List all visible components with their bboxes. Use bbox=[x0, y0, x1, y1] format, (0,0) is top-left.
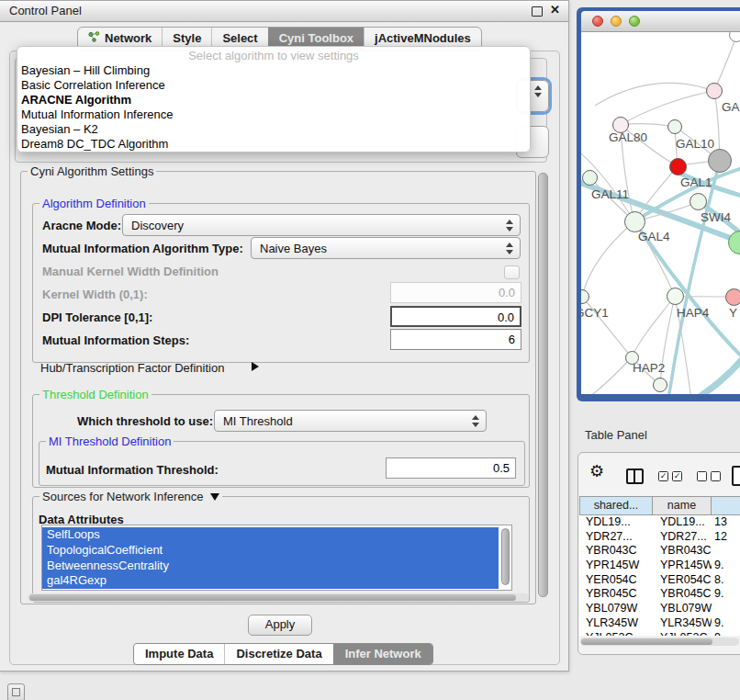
close-traffic-light[interactable] bbox=[592, 16, 603, 27]
attribute-item[interactable]: TopologicalCoefficient bbox=[42, 543, 499, 559]
attribute-item[interactable]: SelfLoops bbox=[42, 527, 499, 543]
node-label-gal11: GAL11 bbox=[591, 187, 629, 201]
dropdown-placeholder: Select algorithm to view settings bbox=[17, 48, 530, 63]
scrollbar-thumb[interactable] bbox=[581, 638, 712, 645]
float-panel-icon[interactable] bbox=[532, 6, 543, 17]
node-label-hap4: HAP4 bbox=[677, 306, 709, 320]
table-row[interactable]: YBL079WYBL079W bbox=[579, 602, 740, 616]
columns-icon[interactable] bbox=[626, 469, 644, 484]
kernel-width-label: Kernel Width (0,1): bbox=[42, 288, 148, 301]
deselect-all-checkbox-icon[interactable] bbox=[697, 471, 721, 481]
close-icon[interactable]: ✕ bbox=[550, 3, 560, 17]
algorithm-option[interactable]: Mutual Information Inference bbox=[17, 107, 530, 122]
network-node[interactable] bbox=[708, 149, 732, 173]
network-node[interactable] bbox=[582, 170, 598, 186]
table-row[interactable]: YBR045CYBR045C9. bbox=[579, 587, 740, 602]
network-node[interactable] bbox=[706, 83, 723, 99]
table-cell: 9 bbox=[712, 631, 740, 637]
attribute-item[interactable]: BetweennessCentrality bbox=[42, 559, 499, 574]
network-window-titlebar[interactable] bbox=[581, 11, 740, 32]
mi-type-combobox[interactable]: Naive Bayes bbox=[251, 237, 521, 259]
manual-kernel-label: Manual Kernel Width Definition bbox=[42, 265, 219, 278]
minimize-traffic-light[interactable] bbox=[611, 16, 622, 27]
table-cell: YJL052C bbox=[579, 631, 653, 637]
data-attributes-list: SelfLoopsTopologicalCoefficientBetweenne… bbox=[41, 525, 512, 591]
algorithm-option[interactable]: Basic Correlation Inference bbox=[17, 78, 530, 93]
dpi-tolerance-field[interactable]: 0.0 bbox=[390, 306, 521, 327]
mi-steps-label: Mutual Information Steps: bbox=[42, 333, 189, 347]
table-cell: YJL052C bbox=[653, 631, 712, 637]
sources-title[interactable]: Sources for Network Inference bbox=[39, 490, 222, 503]
table-cell: YLR345W bbox=[579, 616, 653, 631]
scrollbar-thumb[interactable] bbox=[538, 173, 548, 597]
scrollbar-thumb[interactable] bbox=[501, 528, 510, 585]
expand-right-icon[interactable] bbox=[252, 362, 259, 371]
table-cell: 12 bbox=[712, 530, 740, 545]
algorithm-option[interactable]: Dream8 DC_TDC Algorithm bbox=[17, 137, 530, 152]
tab-label: Infer Network bbox=[345, 644, 421, 664]
network-node[interactable] bbox=[667, 288, 684, 305]
which-threshold-combobox[interactable]: MI Threshold bbox=[214, 410, 487, 432]
collapse-down-icon[interactable] bbox=[210, 493, 219, 501]
network-node[interactable] bbox=[690, 193, 707, 210]
node-label-gal4: GAL4 bbox=[638, 230, 670, 243]
table-row[interactable]: YDL19...YDL19...13 bbox=[579, 515, 740, 530]
column-header-shared[interactable]: shared... bbox=[579, 496, 653, 515]
table-row[interactable]: YPR145WYPR145W9. bbox=[579, 559, 740, 573]
hub-definition-label[interactable]: Hub/Transcription Factor Definition bbox=[40, 361, 224, 375]
combobox-value: Discovery bbox=[131, 219, 184, 232]
tab-infer-network[interactable]: Infer Network bbox=[333, 644, 432, 664]
list-scrollbar[interactable] bbox=[501, 528, 510, 587]
table-cell: YBL079W bbox=[579, 602, 653, 616]
algorithm-option[interactable]: ARACNE Algorithm bbox=[17, 93, 530, 107]
screen: Control Panel ✕ NetworkStyleSelectCyni T… bbox=[0, 0, 740, 700]
dropdown-item-list: Bayesian – Hill ClimbingBasic Correlatio… bbox=[17, 63, 530, 151]
node-label-gal1: GAL1 bbox=[680, 175, 712, 189]
new-column-icon[interactable] bbox=[732, 466, 740, 486]
select-all-checkbox-icon[interactable]: ✓ ✓ bbox=[658, 471, 682, 481]
table-row[interactable]: YER054CYER054C8. bbox=[579, 573, 740, 588]
table-row[interactable]: YDR27...YDR27...12 bbox=[579, 530, 740, 545]
table-row[interactable]: YJL052CYJL052C9 bbox=[579, 631, 740, 637]
network-canvas[interactable]: GALGAL80GAL10GAL1GAL11SWI4GAL4GCY1HAP4YH… bbox=[581, 32, 740, 394]
table-cell bbox=[712, 544, 740, 559]
network-node[interactable] bbox=[725, 288, 740, 306]
network-node[interactable] bbox=[667, 119, 682, 134]
column-header-name[interactable]: name bbox=[653, 496, 712, 515]
network-view-window: GALGAL80GAL10GAL1GAL11SWI4GAL4GCY1HAP4YH… bbox=[577, 7, 740, 401]
table-header-row: shared...name bbox=[579, 496, 740, 515]
scrollbar-thumb[interactable] bbox=[29, 594, 516, 601]
algorithm-definition-title: Algorithm Definition bbox=[39, 197, 149, 210]
tab-label: Discretize Data bbox=[236, 644, 321, 664]
kernel-width-field[interactable]: 0.0 bbox=[390, 282, 521, 303]
table-row[interactable]: YBR043CYBR043C bbox=[579, 544, 740, 559]
zoom-traffic-light[interactable] bbox=[629, 16, 640, 27]
algorithm-option[interactable]: Bayesian – K2 bbox=[17, 122, 530, 137]
table-row[interactable]: YLR345WYLR345W9. bbox=[579, 616, 740, 631]
network-node[interactable] bbox=[669, 158, 687, 175]
table-horizontal-scrollbar[interactable] bbox=[580, 638, 739, 646]
table-cell: 9. bbox=[712, 587, 740, 602]
gear-icon[interactable]: ⚙ bbox=[589, 463, 604, 480]
tab-impute-data[interactable]: Impute Data bbox=[134, 644, 224, 664]
apply-button[interactable]: Apply bbox=[248, 615, 312, 636]
column-header-2[interactable] bbox=[712, 496, 740, 515]
settings-scrollbar[interactable] bbox=[537, 170, 548, 602]
mi-steps-field[interactable]: 6 bbox=[390, 329, 521, 350]
dock-panel-icon[interactable] bbox=[7, 683, 25, 700]
aracne-mode-combobox[interactable]: Discovery bbox=[122, 214, 521, 236]
tab-discretize-data[interactable]: Discretize Data bbox=[224, 644, 332, 664]
table-cell: YLR345W bbox=[653, 616, 712, 631]
table-cell: YER054C bbox=[653, 573, 712, 588]
table-panel-title: Table Panel bbox=[585, 428, 647, 442]
manual-kernel-checkbox[interactable] bbox=[504, 265, 520, 279]
algorithm-option[interactable]: Bayesian – Hill Climbing bbox=[17, 63, 530, 78]
checked-box-icon: ✓ bbox=[658, 471, 668, 481]
table-cell: YDR27... bbox=[653, 530, 712, 545]
horizontal-scrollbar[interactable] bbox=[28, 593, 529, 602]
network-node[interactable] bbox=[653, 378, 667, 392]
attribute-item[interactable]: gal4RGexp bbox=[42, 573, 499, 589]
mi-threshold-field[interactable]: 0.5 bbox=[386, 457, 516, 479]
combobox-value: MI Threshold bbox=[223, 414, 293, 428]
dpi-tolerance-label: DPI Tolerance [0,1]: bbox=[42, 310, 152, 324]
